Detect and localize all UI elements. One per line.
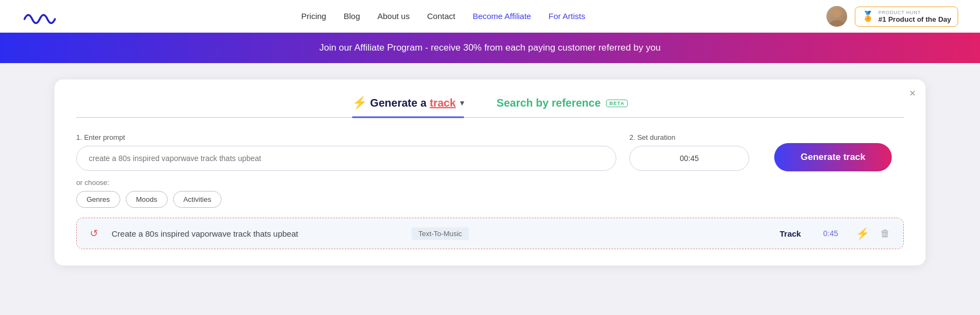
form-row: 1. Enter prompt 2. Set duration (76, 133, 749, 171)
result-type: Track (780, 229, 812, 238)
genres-button[interactable]: Genres (76, 191, 120, 208)
prompt-group: 1. Enter prompt (76, 133, 616, 171)
tab-search-label: Search by reference (497, 97, 601, 109)
filter-buttons: Genres Moods Activities (76, 191, 749, 208)
chevron-icon: ▾ (460, 98, 464, 107)
ph-top-label: PRODUCT HUNT (878, 10, 951, 15)
duration-group: 2. Set duration (629, 133, 749, 171)
logo[interactable] (22, 8, 60, 24)
generate-button[interactable]: Generate track (774, 143, 891, 171)
result-title: Create a 80s inspired vaporwave track th… (112, 229, 401, 238)
product-hunt-badge[interactable]: 🏅 PRODUCT HUNT #1 Product of the Day (855, 7, 958, 27)
left-section: 1. Enter prompt 2. Set duration or choos… (76, 133, 749, 208)
affiliate-banner[interactable]: Join our Affiliate Program - receive 30%… (0, 33, 980, 63)
nav-contact[interactable]: Contact (427, 11, 455, 21)
nav-links: Pricing Blog About us Contact Become Aff… (301, 11, 585, 21)
tab-generate[interactable]: ⚡ Generate a track ▾ (352, 96, 464, 118)
form-layout: 1. Enter prompt 2. Set duration or choos… (76, 133, 904, 208)
svg-point-1 (829, 20, 844, 27)
result-duration: 0:45 (823, 229, 845, 238)
result-section: ↺ Create a 80s inspired vaporwave track … (76, 218, 904, 249)
banner-text: Join our Affiliate Program - receive 30%… (319, 42, 660, 53)
nav-artists[interactable]: For Artists (548, 11, 585, 21)
loading-spinner-icon: ↺ (90, 227, 101, 239)
lightning-icon: ⚡ (352, 96, 367, 110)
nav-affiliate[interactable]: Become Affiliate (473, 11, 531, 21)
result-tag: Text-To-Music (412, 227, 468, 240)
or-choose-label: or choose: (76, 178, 749, 187)
svg-point-0 (832, 9, 841, 18)
result-lightning-icon[interactable]: ⚡ (856, 227, 869, 240)
moods-button[interactable]: Moods (126, 191, 168, 208)
beta-badge: BETA (606, 100, 628, 107)
right-side: Generate track (762, 133, 904, 171)
tabs-row: ⚡ Generate a track ▾ Search by reference… (76, 96, 904, 118)
duration-input[interactable] (629, 146, 749, 171)
nav-right: 🏅 PRODUCT HUNT #1 Product of the Day (826, 6, 958, 27)
ph-bottom-label: #1 Product of the Day (878, 15, 951, 23)
tab-generate-prefix: Generate a (370, 97, 426, 109)
prompt-label: 1. Enter prompt (76, 133, 616, 141)
tab-search[interactable]: Search by reference BETA (497, 97, 628, 116)
duration-label: 2. Set duration (629, 133, 749, 141)
result-row: ↺ Create a 80s inspired vaporwave track … (77, 218, 903, 249)
prompt-input[interactable] (76, 146, 616, 171)
close-button[interactable]: × (909, 87, 916, 100)
nav-about[interactable]: About us (377, 11, 409, 21)
navbar: Pricing Blog About us Contact Become Aff… (0, 0, 980, 33)
avatar[interactable] (826, 6, 847, 27)
activities-button[interactable]: Activities (173, 191, 222, 208)
track-word: track (430, 97, 456, 109)
generator-card: × ⚡ Generate a track ▾ Search by referen… (54, 79, 926, 265)
medal-icon: 🏅 (862, 10, 874, 22)
main-content: × ⚡ Generate a track ▾ Search by referen… (0, 63, 980, 282)
result-trash-icon[interactable]: 🗑 (880, 228, 890, 239)
nav-pricing[interactable]: Pricing (301, 11, 326, 21)
nav-blog[interactable]: Blog (344, 11, 360, 21)
